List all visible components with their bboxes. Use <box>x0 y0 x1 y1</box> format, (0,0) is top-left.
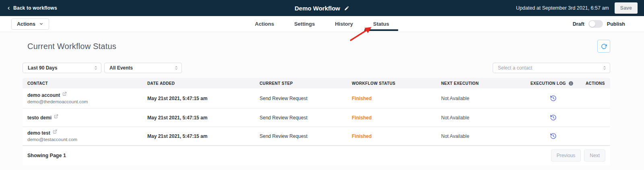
actions-button-label: Actions <box>17 21 35 27</box>
execution-log-cell <box>526 114 581 121</box>
draft-label: Draft <box>573 21 584 27</box>
next-page-button[interactable]: Next <box>584 150 605 162</box>
actions-dropdown-button[interactable]: Actions <box>11 18 49 30</box>
workflow-status-table: CONTACT DATE ADDED CURRENT STEP WORKFLOW… <box>23 78 610 165</box>
col-header-current-step: CURRENT STEP <box>255 81 347 86</box>
tab-bar: Actions Settings History Status <box>255 16 389 32</box>
showing-page-text: Showing Page 1 <box>27 153 66 158</box>
table-row: demo account demo@thedemoaccount.com May… <box>23 88 610 109</box>
contact-name-link[interactable]: testo demi <box>27 115 52 121</box>
previous-page-button[interactable]: Previous <box>551 150 581 162</box>
publish-toggle-group: Draft Publish <box>573 20 625 28</box>
date-added-cell: May 21st 2021, 5:47:15 am <box>142 96 255 101</box>
contact-cell: demo account demo@thedemoaccount.com <box>23 92 142 104</box>
col-header-actions: ACTIONS <box>581 81 610 86</box>
contact-cell: demo test demo@testaccount.com <box>23 130 142 142</box>
table-row: demo test demo@testaccount.com May 21st … <box>23 127 610 145</box>
status-page-content: Current Workflow Status Last 90 Days All… <box>23 40 610 165</box>
contact-select-placeholder: Select a contact <box>498 65 532 71</box>
date-added-cell: May 21st 2021, 5:47:15 am <box>142 115 255 121</box>
col-header-workflow-status: WORKFLOW STATUS <box>347 81 436 86</box>
chevron-down-icon <box>39 22 43 26</box>
tab-actions[interactable]: Actions <box>255 16 274 32</box>
updated-timestamp: Updated at September 3rd 2021, 6:57 am <box>516 5 609 11</box>
external-link-icon[interactable] <box>53 129 57 134</box>
next-execution-cell: Not Available <box>436 133 526 139</box>
col-header-date-added: DATE ADDED <box>142 81 255 86</box>
edit-pencil-icon[interactable] <box>344 6 349 11</box>
workflow-status-cell: Finished <box>347 133 436 139</box>
contact-select[interactable]: Select a contact <box>493 63 610 73</box>
current-step-cell: Send Review Request <box>255 96 347 101</box>
execution-history-icon[interactable] <box>550 114 557 121</box>
col-header-next-execution: NEXT EXECUTION <box>436 81 526 86</box>
table-header-row: CONTACT DATE ADDED CURRENT STEP WORKFLOW… <box>23 78 610 88</box>
chevron-left-icon <box>6 6 11 10</box>
col-header-contact: CONTACT <box>23 81 142 86</box>
contact-name-link[interactable]: demo test <box>27 130 50 136</box>
toggle-knob <box>589 21 595 27</box>
table-row: testo demi May 21st 2021, 5:47:15 am Sen… <box>23 109 610 127</box>
back-to-workflows-link[interactable]: Back to workflows <box>6 5 57 11</box>
contact-email: demo@testaccount.com <box>27 137 142 142</box>
refresh-button[interactable] <box>597 40 610 53</box>
date-added-cell: May 21st 2021, 5:47:15 am <box>142 133 255 139</box>
select-chevrons-icon <box>94 66 98 70</box>
current-step-cell: Send Review Request <box>255 133 347 139</box>
back-label: Back to workflows <box>13 5 57 11</box>
date-range-value: Last 90 Days <box>28 65 57 71</box>
tab-settings[interactable]: Settings <box>294 16 315 32</box>
execution-log-cell <box>526 133 581 139</box>
tab-status[interactable]: Status <box>373 16 389 32</box>
tab-history[interactable]: History <box>335 16 353 32</box>
next-execution-cell: Not Available <box>436 96 526 101</box>
next-execution-cell: Not Available <box>436 115 526 121</box>
info-icon[interactable] <box>568 81 574 86</box>
execution-history-icon[interactable] <box>550 133 557 139</box>
event-filter-select[interactable]: All Events <box>104 63 182 73</box>
external-link-icon[interactable] <box>54 114 58 119</box>
select-chevrons-icon <box>174 66 178 70</box>
publish-label: Publish <box>607 21 625 27</box>
event-filter-value: All Events <box>109 65 133 71</box>
refresh-icon <box>601 43 607 49</box>
col-header-execution-log: EXECUTION LOG <box>526 81 581 86</box>
page-title: Current Workflow Status <box>27 42 116 51</box>
top-bar: Back to workflows Demo Workflow Updated … <box>0 0 644 16</box>
contact-email: demo@thedemoaccount.com <box>27 99 142 104</box>
select-chevrons-icon <box>603 66 607 70</box>
contact-cell: testo demi <box>23 115 142 121</box>
date-range-select[interactable]: Last 90 Days <box>23 63 101 73</box>
workflow-title: Demo Workflow <box>295 5 340 12</box>
execution-log-header-label: EXECUTION LOG <box>530 81 566 86</box>
toolbar: Actions Actions Settings History Status … <box>0 16 644 32</box>
save-button[interactable]: Save <box>615 2 638 14</box>
table-footer: Showing Page 1 Previous Next <box>23 145 610 165</box>
pagination-controls: Previous Next <box>551 150 605 162</box>
workflow-title-wrap: Demo Workflow <box>295 5 349 12</box>
filter-row: Last 90 Days All Events Select a contact <box>23 63 610 73</box>
current-step-cell: Send Review Request <box>255 115 347 121</box>
external-link-icon[interactable] <box>62 92 67 96</box>
workflow-status-cell: Finished <box>347 96 436 101</box>
contact-name-link[interactable]: demo account <box>27 92 60 98</box>
workflow-status-cell: Finished <box>347 115 436 121</box>
execution-log-cell <box>526 95 581 102</box>
execution-history-icon[interactable] <box>550 95 557 102</box>
publish-toggle[interactable] <box>588 20 603 28</box>
topbar-right: Updated at September 3rd 2021, 6:57 am S… <box>516 2 638 14</box>
